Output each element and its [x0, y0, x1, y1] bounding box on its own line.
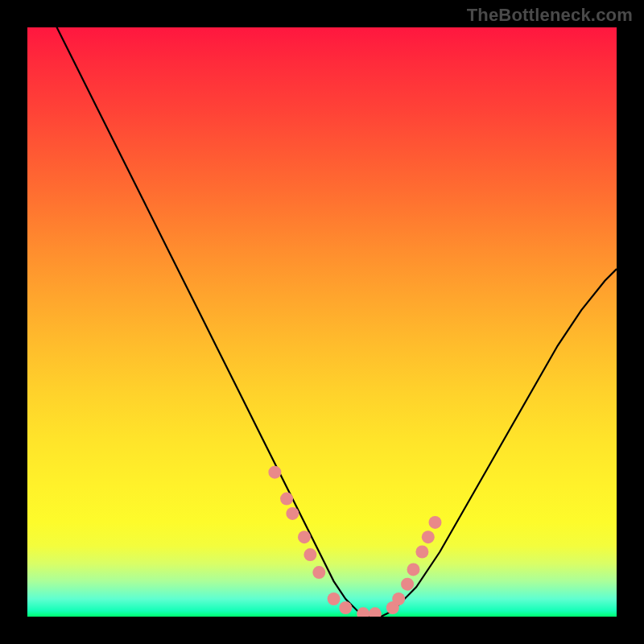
chart-svg: [27, 27, 617, 617]
marker-point: [392, 592, 405, 605]
marker-point: [401, 578, 414, 591]
bottleneck-curve: [27, 27, 617, 617]
marker-point: [369, 607, 382, 617]
plot-area: [27, 27, 617, 617]
marker-point: [312, 566, 325, 579]
marker-point: [268, 466, 281, 479]
marker-point: [298, 530, 311, 543]
highlighted-points: [268, 466, 441, 617]
marker-point: [357, 607, 369, 617]
chart-container: TheBottleneck.com: [0, 0, 644, 644]
marker-point: [429, 516, 442, 529]
marker-point: [303, 548, 316, 561]
marker-point: [280, 493, 293, 506]
marker-point: [339, 601, 352, 614]
watermark: TheBottleneck.com: [467, 5, 633, 26]
marker-point: [407, 563, 420, 576]
marker-point: [328, 592, 341, 605]
marker-point: [415, 546, 428, 559]
marker-point: [286, 507, 299, 520]
marker-point: [422, 530, 435, 543]
